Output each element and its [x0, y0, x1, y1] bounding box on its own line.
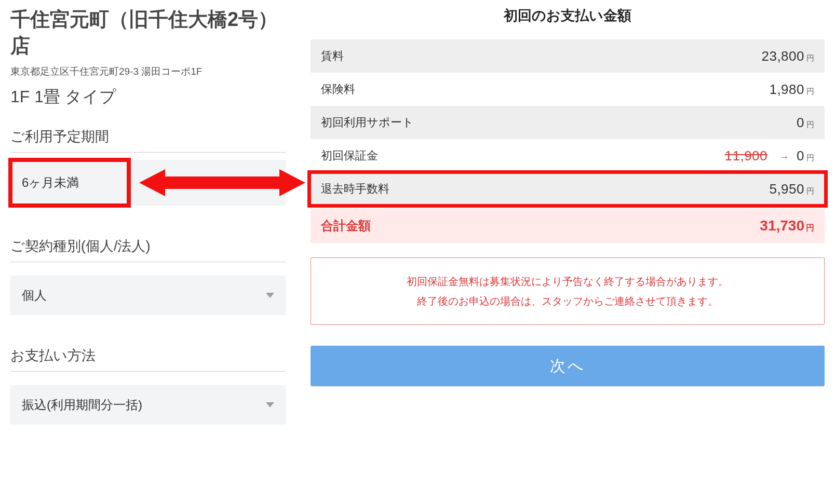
notice-line: 初回保証金無料は募集状況により予告なく終了する場合があります。	[321, 271, 814, 291]
fee-strike-value: 11,900	[725, 148, 768, 164]
fee-value: 1,980	[769, 81, 804, 98]
period-section-label: ご利用予定期間	[10, 127, 286, 153]
chevron-down-icon	[266, 402, 274, 407]
next-button[interactable]: 次へ	[311, 346, 825, 386]
period-select-value: 6ヶ月未満	[22, 174, 79, 191]
payment-method-value: 振込(利用期間分一括)	[22, 397, 142, 413]
notice-line: 終了後のお申込の場合は、スタッフからご連絡させて頂きます。	[321, 291, 814, 311]
fee-row-support: 初回利用サポート 0 円	[311, 106, 825, 139]
deposit-notice: 初回保証金無料は募集状況により予告なく終了する場合があります。 終了後のお申込の…	[311, 257, 825, 325]
total-value: 31,730	[760, 217, 804, 234]
payment-summary-title: 初回のお支払い金額	[311, 6, 825, 25]
room-type: 1F 1畳 タイプ	[10, 86, 286, 108]
fee-label: 賃料	[321, 48, 344, 64]
fee-row-moveout: 退去時手数料 5,950 円	[311, 172, 825, 206]
yen-unit: 円	[806, 87, 814, 97]
fee-label: 退去時手数料	[321, 181, 389, 197]
fee-value: 5,950	[769, 181, 804, 197]
fee-label: 保険料	[321, 81, 355, 97]
fee-row-insurance: 保険料 1,980 円	[311, 73, 825, 106]
fee-row-deposit: 初回保証金 11,900 → 0 円	[311, 139, 825, 172]
arrow-right-icon: →	[779, 151, 789, 163]
total-row: 合計金額 31,730円	[311, 209, 825, 243]
fee-value: 23,800	[761, 48, 804, 64]
yen-unit: 円	[806, 186, 814, 196]
fee-value: 0	[797, 115, 804, 131]
yen-unit: 円	[806, 53, 814, 63]
store-name: 千住宮元町（旧千住大橋2号）店	[10, 6, 286, 60]
yen-unit: 円	[806, 120, 814, 130]
yen-unit: 円	[806, 223, 814, 232]
total-label: 合計金額	[321, 217, 371, 234]
fee-label: 初回利用サポート	[321, 115, 414, 130]
contract-section-label: ご契約種別(個人/法人)	[10, 237, 286, 262]
yen-unit: 円	[806, 153, 814, 163]
fee-value: 0	[797, 148, 804, 164]
fee-table: 賃料 23,800 円 保険料 1,980 円 初回利用サポート 0 円	[311, 39, 825, 206]
contract-type-value: 個人	[22, 287, 47, 304]
fee-label: 初回保証金	[321, 148, 378, 164]
chevron-down-icon	[266, 293, 274, 298]
contract-type-select[interactable]: 個人	[10, 276, 286, 315]
payment-method-select[interactable]: 振込(利用期間分一括)	[10, 385, 286, 425]
fee-row-rent: 賃料 23,800 円	[311, 39, 825, 73]
period-select[interactable]: 6ヶ月未満	[10, 160, 286, 206]
store-address: 東京都足立区千住宮元町29-3 湯田コーポ1F	[10, 65, 286, 78]
payment-section-label: お支払い方法	[10, 346, 286, 372]
